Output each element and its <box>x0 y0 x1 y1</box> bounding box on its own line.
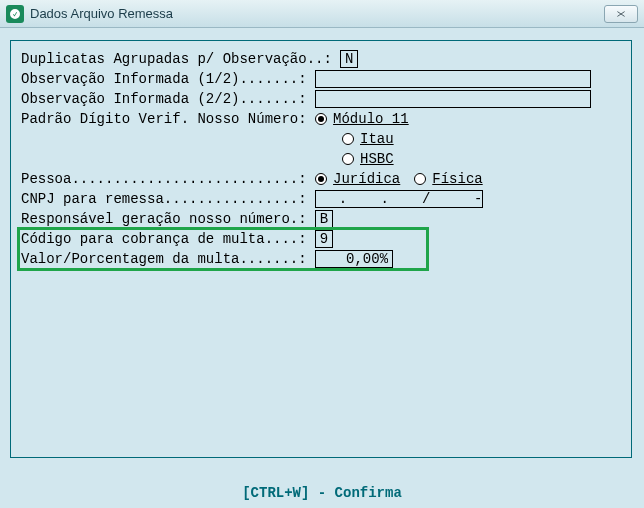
radio-modulo11[interactable]: Módulo 11 <box>315 111 409 127</box>
close-icon <box>615 9 627 19</box>
duplicatas-label: Duplicatas Agrupadas p/ Observação..: <box>21 51 340 67</box>
radio-itau-label: Itau <box>360 131 394 147</box>
radio-dot-icon <box>315 173 327 185</box>
codigo-multa-input[interactable] <box>315 230 333 248</box>
radio-hsbc[interactable]: HSBC <box>342 151 394 167</box>
pessoa-label: Pessoa...........................: <box>21 171 315 187</box>
row-duplicatas: Duplicatas Agrupadas p/ Observação..: <box>21 49 621 69</box>
confirm-hint: [CTRL+W] - Confirma <box>242 485 402 501</box>
row-obs1: Observação Informada (1/2).......: <box>21 69 621 89</box>
codigo-multa-label: Código para cobrança de multa....: <box>21 231 315 247</box>
padrao-label: Padrão Dígito Verif. Nosso Número: <box>21 111 315 127</box>
radio-juridica[interactable]: Jurídica <box>315 171 400 187</box>
obs1-input[interactable] <box>315 70 591 88</box>
row-padrao-hsbc: HSBC <box>21 149 621 169</box>
resp-label: Responsável geração nosso número.: <box>21 211 315 227</box>
radio-juridica-label: Jurídica <box>333 171 400 187</box>
form-panel: Duplicatas Agrupadas p/ Observação..: Ob… <box>10 40 632 458</box>
row-resp: Responsável geração nosso número.: <box>21 209 621 229</box>
radio-dot-icon <box>315 113 327 125</box>
valor-multa-label: Valor/Porcentagem da multa.......: <box>21 251 315 267</box>
row-cnpj: CNPJ para remessa................: <box>21 189 621 209</box>
window: Dados Arquivo Remessa Duplicatas Agrupad… <box>0 0 644 508</box>
duplicatas-input[interactable] <box>340 50 358 68</box>
window-title: Dados Arquivo Remessa <box>30 6 604 21</box>
titlebar: Dados Arquivo Remessa <box>0 0 644 28</box>
row-valor-multa: Valor/Porcentagem da multa.......: <box>21 249 621 269</box>
obs1-label: Observação Informada (1/2).......: <box>21 71 315 87</box>
radio-hsbc-label: HSBC <box>360 151 394 167</box>
footer: [CTRL+W] - Confirma <box>0 478 644 508</box>
radio-dot-icon <box>342 153 354 165</box>
row-pessoa: Pessoa...........................: Juríd… <box>21 169 621 189</box>
radio-fisica-label: Física <box>432 171 482 187</box>
row-obs2: Observação Informada (2/2).......: <box>21 89 621 109</box>
radio-dot-icon <box>414 173 426 185</box>
valor-multa-input[interactable] <box>315 250 393 268</box>
obs2-input[interactable] <box>315 90 591 108</box>
cnpj-label: CNPJ para remessa................: <box>21 191 315 207</box>
resp-input[interactable] <box>315 210 333 228</box>
close-button[interactable] <box>604 5 638 23</box>
row-padrao-itau: Itau <box>21 129 621 149</box>
radio-fisica[interactable]: Física <box>414 171 482 187</box>
row-codigo-multa: Código para cobrança de multa....: <box>21 229 621 249</box>
app-icon <box>6 5 24 23</box>
cnpj-input[interactable] <box>315 190 483 208</box>
radio-itau[interactable]: Itau <box>342 131 394 147</box>
row-padrao: Padrão Dígito Verif. Nosso Número: Módul… <box>21 109 621 129</box>
radio-modulo11-label: Módulo 11 <box>333 111 409 127</box>
obs2-label: Observação Informada (2/2).......: <box>21 91 315 107</box>
radio-dot-icon <box>342 133 354 145</box>
